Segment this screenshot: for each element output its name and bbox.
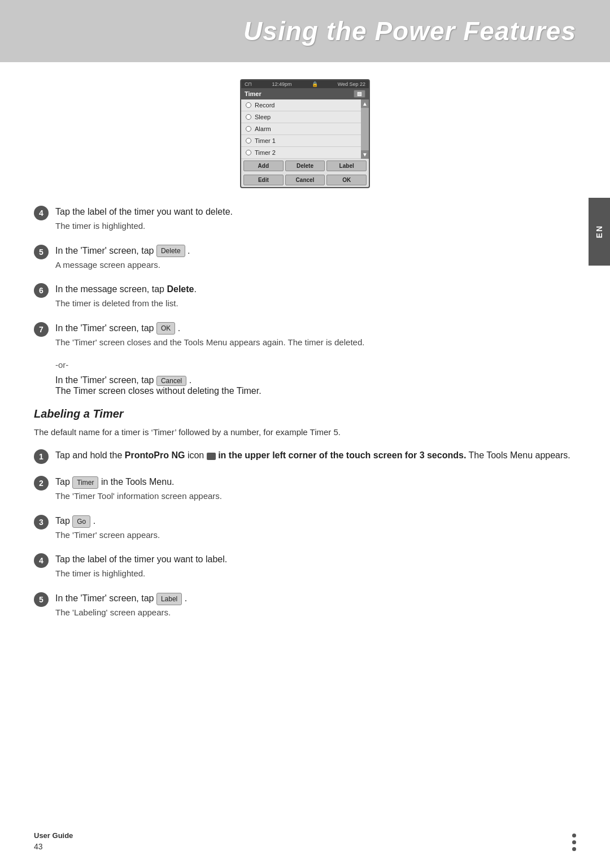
step-5-main: In the 'Timer' screen, tap Delete . [55, 244, 576, 258]
step-5-content: In the 'Timer' screen, tap Delete . A me… [55, 244, 576, 272]
page-title: Using the Power Features [243, 16, 576, 46]
list-item-sleep: Sleep [241, 111, 361, 123]
labeling-step-number-1: 1 [34, 449, 49, 464]
labeling-step-2-sub: The 'Timer Tool' information screen appe… [55, 490, 576, 503]
section-intro: The default name for a timer is ‘Timer’ … [34, 426, 576, 439]
labeling-step-3: 3 Tap Go . The 'Timer' screen appears. [34, 514, 576, 542]
device-label-btn: Label [326, 160, 367, 171]
device-icon-area: 🔒 [312, 81, 318, 87]
step-4-sub: The timer is highlighted. [55, 220, 576, 233]
footer-dot-3 [572, 847, 576, 851]
footer-dot-1 [572, 834, 576, 837]
device-date: Wed Sep 22 [338, 81, 365, 87]
labeling-step-3-main: Tap Go . [55, 514, 576, 528]
device-delete-btn: Delete [285, 160, 325, 171]
prontopro-icon [207, 453, 216, 460]
labeling-step-1: 1 Tap and hold the ProntoPro NG icon in … [34, 449, 576, 464]
page-number: 43 [34, 842, 73, 851]
device-cancel-btn: Cancel [285, 175, 325, 185]
device-title-btn: ▤ [354, 90, 365, 98]
labeling-step-1-content: Tap and hold the ProntoPro NG icon in th… [55, 449, 576, 462]
scroll-up-arrow: ▲ [361, 99, 369, 108]
device-screen-title: Timer [245, 90, 262, 97]
labeling-step-5-sub: The 'Labeling' screen appears. [55, 606, 576, 619]
footer-label: User Guide 43 [34, 831, 73, 851]
step-number-6: 6 [34, 283, 49, 298]
device-title-bar: Timer ▤ [241, 88, 369, 99]
list-item-alarm: Alarm [241, 123, 361, 135]
or-separator: -or- [55, 360, 576, 370]
label-button-badge: Label [156, 593, 182, 605]
step-4-delete: 4 Tap the label of the timer you want to… [34, 205, 576, 233]
main-content: C⊓ 12:49pm 🔒 Wed Sep 22 Timer ▤ Record S… [0, 62, 610, 653]
list-item-record: Record [241, 99, 361, 111]
device-bottom-row1: Add Delete Label [241, 159, 369, 173]
device-status-bar: C⊓ 12:49pm 🔒 Wed Sep 22 [241, 80, 369, 88]
timer-button-badge: Timer [72, 476, 98, 489]
labeling-step-5-content: In the 'Timer' screen, tap Label . The '… [55, 592, 576, 619]
device-ok-btn: OK [326, 175, 367, 185]
step-6-delete: 6 In the message screen, tap Delete. The… [34, 283, 576, 310]
list-item-timer1: Timer 1 [241, 135, 361, 147]
device-scrollbar: ▲ ▼ [361, 99, 369, 159]
step-number-4: 4 [34, 206, 49, 220]
or-step: In the 'Timer' screen, tap Cancel . The … [55, 375, 576, 396]
labeling-step-number-4: 4 [34, 553, 49, 568]
labeling-step-2-main: Tap Timer in the Tools Menu. [55, 475, 576, 489]
step-4-main: Tap the label of the timer you want to d… [55, 205, 576, 219]
step-5-delete: 5 In the 'Timer' screen, tap Delete . A … [34, 244, 576, 272]
device-time: 12:49pm [272, 81, 292, 87]
footer-dot-2 [572, 840, 576, 844]
labeling-step-5: 5 In the 'Timer' screen, tap Label . The… [34, 592, 576, 619]
section-heading-labeling: Labeling a Timer [34, 407, 576, 420]
labeling-step-3-sub: The 'Timer' screen appears. [55, 529, 576, 542]
device-list-container: Record Sleep Alarm Timer 1 Timer 2 [241, 99, 369, 159]
step-4-content: Tap the label of the timer you want to d… [55, 205, 576, 233]
cancel-button-badge: Cancel [156, 376, 186, 386]
user-guide-label: User Guide [34, 831, 73, 840]
step-number-5: 5 [34, 245, 49, 259]
list-item-timer2: Timer 2 [241, 147, 361, 159]
labeling-step-4-content: Tap the label of the timer you want to l… [55, 553, 576, 580]
labeling-step-4-sub: The timer is highlighted. [55, 567, 576, 580]
labeling-step-number-2: 2 [34, 476, 49, 491]
labeling-step-number-5: 5 [34, 592, 49, 607]
header-banner: Using the Power Features [0, 0, 610, 62]
labeling-step-2-content: Tap Timer in the Tools Menu. The 'Timer … [55, 475, 576, 503]
step-7-main: In the 'Timer' screen, tap OK . [55, 322, 576, 335]
device-add-btn: Add [243, 160, 284, 171]
footer: User Guide 43 [0, 831, 610, 851]
step-6-main: In the message screen, tap Delete. [55, 283, 576, 296]
labeling-step-number-3: 3 [34, 515, 49, 530]
ok-button-badge: OK [156, 322, 175, 335]
step-7-sub: The 'Timer' screen closes and the Tools … [55, 336, 576, 349]
scroll-down-arrow: ▼ [361, 150, 369, 159]
step-number-7: 7 [34, 322, 49, 337]
step-7-content: In the 'Timer' screen, tap OK . The 'Tim… [55, 322, 576, 349]
footer-dots [572, 834, 576, 851]
device-screenshot: C⊓ 12:49pm 🔒 Wed Sep 22 Timer ▤ Record S… [240, 79, 370, 188]
labeling-step-2: 2 Tap Timer in the Tools Menu. The 'Time… [34, 475, 576, 503]
step-6-content: In the message screen, tap Delete. The t… [55, 283, 576, 310]
step-6-sub: The timer is deleted from the list. [55, 297, 576, 310]
or-step-sub: The Timer screen closes without deleting… [55, 386, 576, 396]
device-battery: C⊓ [245, 81, 252, 87]
step-5-sub: A message screen appears. [55, 259, 576, 272]
labeling-step-5-main: In the 'Timer' screen, tap Label . [55, 592, 576, 605]
or-step-main: In the 'Timer' screen, tap Cancel . [55, 375, 576, 386]
device-bottom-row2: Edit Cancel OK [241, 173, 369, 187]
device-list: Record Sleep Alarm Timer 1 Timer 2 [241, 99, 361, 159]
delete-button-badge: Delete [156, 245, 185, 257]
device-edit-btn: Edit [243, 175, 284, 185]
step-7-delete: 7 In the 'Timer' screen, tap OK . The 'T… [34, 322, 576, 349]
labeling-step-1-main: Tap and hold the ProntoPro NG icon in th… [55, 449, 576, 462]
labeling-step-4-main: Tap the label of the timer you want to l… [55, 553, 576, 566]
labeling-step-3-content: Tap Go . The 'Timer' screen appears. [55, 514, 576, 542]
labeling-step-4: 4 Tap the label of the timer you want to… [34, 553, 576, 580]
go-button-badge: Go [72, 515, 90, 528]
